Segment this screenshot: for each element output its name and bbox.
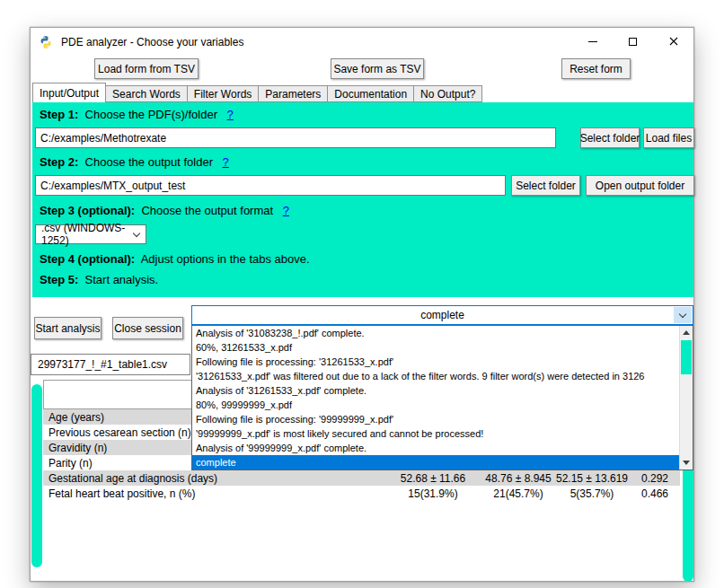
tab-bar: Input/Output Search Words Filter Words P…	[32, 83, 482, 102]
output-folder-input[interactable]	[35, 175, 506, 196]
tab-documentation[interactable]: Documentation	[328, 85, 414, 102]
result-file-list: 29973177_!_#1_table1.csv	[31, 354, 190, 375]
row-label: Gestational age at diagnosis (days)	[43, 472, 384, 485]
start-analysis-button[interactable]: Start analysis	[34, 317, 102, 339]
app-window: PDE analyzer - Choose your variables Loa…	[30, 27, 694, 582]
left-scrollbar[interactable]	[31, 384, 42, 567]
dropdown-item[interactable]: Following file is processing: '31261533_…	[192, 355, 679, 369]
row-cell: 15(31.9%)	[384, 487, 482, 500]
close-icon	[669, 37, 678, 46]
close-button[interactable]	[653, 28, 693, 55]
step2-bold: Step 2:	[40, 155, 78, 169]
step4-text: Adjust options in the tabs above.	[141, 252, 310, 266]
dropdown-item[interactable]: Analysis of '31261533_x.pdf' complete.	[192, 383, 679, 398]
step3-bold: Step 3 (optional):	[40, 204, 135, 217]
step4-label: Step 4 (optional): Adjust options in the…	[40, 252, 310, 266]
row-label: Fetal heart beat positive, n (%)	[43, 487, 384, 500]
minimize-button[interactable]	[572, 28, 613, 55]
chevron-down-icon	[679, 310, 686, 317]
step1-help-link[interactable]: ?	[227, 108, 234, 121]
step1-text: Choose the PDF(s)/folder	[85, 108, 217, 121]
row-cell: 21(45.7%)	[482, 487, 554, 500]
scrollbar-thumb[interactable]	[681, 340, 692, 374]
maximize-icon	[629, 38, 637, 46]
tab-filter-words[interactable]: Filter Words	[188, 85, 259, 102]
save-form-tsv-button[interactable]: Save form as TSV	[331, 58, 424, 79]
load-form-tsv-button[interactable]: Load form from TSV	[94, 58, 199, 79]
step5-text: Start analysis.	[85, 273, 159, 286]
select-pdf-folder-button[interactable]: Select folder	[580, 127, 640, 148]
output-format-value: .csv (WINDOWS-1252)	[41, 222, 146, 247]
tab-search-words[interactable]: Search Words	[106, 85, 188, 102]
step2-help-link[interactable]: ?	[223, 155, 229, 169]
python-logo-icon	[39, 35, 53, 49]
dropdown-item[interactable]: Following file is processing: '99999999_…	[192, 412, 679, 426]
title-bar: PDE analyzer - Choose your variables	[31, 28, 693, 56]
dropdown-items: Analysis of '31083238_!.pdf' complete. 6…	[192, 326, 679, 470]
pdf-folder-input[interactable]	[35, 127, 556, 148]
tab-parameters[interactable]: Parameters	[259, 85, 328, 102]
dropdown-item-selected[interactable]: complete	[192, 455, 679, 470]
status-value: complete	[420, 309, 464, 321]
open-output-folder-button[interactable]: Open output folder	[586, 175, 694, 196]
page: { "window": { "title": "PDE analyzer - C…	[0, 0, 724, 588]
close-session-button[interactable]: Close session	[112, 317, 183, 339]
step3-text: Choose the output format	[141, 204, 273, 217]
dropdown-item[interactable]: '99999999_x.pdf' is most likely secured …	[192, 426, 679, 441]
row-cell: 0.292	[630, 472, 680, 485]
step3-help-link[interactable]: ?	[283, 204, 289, 217]
step2-label: Step 2: Choose the output folder ?	[40, 155, 229, 169]
row-cell: 52.15 ± 13.619	[554, 472, 630, 485]
step1-bold: Step 1:	[40, 108, 78, 121]
dropdown-item[interactable]: '31261533_x.pdf' was filtered out due to…	[192, 369, 679, 383]
window-title: PDE analyzer - Choose your variables	[61, 36, 243, 48]
input-output-panel: Step 1: Choose the PDF(s)/folder ? Selec…	[32, 102, 693, 297]
status-combobox[interactable]: complete	[191, 305, 693, 325]
dropdown-item[interactable]: Analysis of '31083238_!.pdf' complete.	[192, 326, 679, 340]
table-row[interactable]: Fetal heart beat positive, n (%) 15(31.9…	[43, 486, 680, 501]
step5-label: Step 5: Start analysis.	[40, 273, 158, 286]
caption-buttons	[572, 28, 693, 55]
tab-no-output[interactable]: No Output?	[414, 85, 482, 102]
scroll-down-button[interactable]	[680, 456, 693, 470]
row-cell: 0.466	[630, 487, 680, 500]
dropdown-item[interactable]: 80%, 99999999_x.pdf	[192, 398, 679, 412]
dropdown-item[interactable]: 60%, 31261533_x.pdf	[192, 340, 679, 355]
arrow-up-icon	[683, 330, 690, 335]
minimize-icon	[588, 41, 597, 42]
maximize-button[interactable]	[613, 28, 653, 55]
row-cell: 52.68 ± 11.66	[384, 472, 482, 485]
arrow-down-icon	[683, 461, 690, 465]
step5-bold: Step 5:	[40, 273, 78, 286]
dropdown-item[interactable]: Analysis of '99999999_x.pdf' complete.	[192, 441, 679, 455]
step2-text: Choose the output folder	[85, 155, 213, 169]
status-dropdown-list: Analysis of '31083238_!.pdf' complete. 6…	[191, 325, 693, 470]
list-item[interactable]: 29973177_!_#1_table1.csv	[38, 358, 167, 371]
table-header-cell	[43, 380, 192, 409]
step1-label: Step 1: Choose the PDF(s)/folder ?	[40, 108, 234, 121]
combobox-dropdown-button[interactable]	[674, 307, 692, 323]
output-format-select[interactable]: .csv (WINDOWS-1252)	[35, 224, 146, 244]
load-files-button[interactable]: Load files	[643, 127, 694, 148]
scroll-up-button[interactable]	[680, 326, 693, 339]
dropdown-scrollbar[interactable]	[679, 326, 693, 470]
step4-bold: Step 4 (optional):	[40, 252, 135, 266]
tab-input-output[interactable]: Input/Output	[32, 83, 106, 102]
select-output-folder-button[interactable]: Select folder	[511, 175, 580, 196]
row-cell: 48.76 ± 8.945	[482, 472, 554, 485]
row-cell: 5(35.7%)	[554, 487, 630, 500]
step3-label: Step 3 (optional): Choose the output for…	[40, 204, 289, 217]
table-row[interactable]: Gestational age at diagnosis (days) 52.6…	[43, 470, 680, 486]
reset-form-button[interactable]: Reset form	[561, 58, 631, 79]
